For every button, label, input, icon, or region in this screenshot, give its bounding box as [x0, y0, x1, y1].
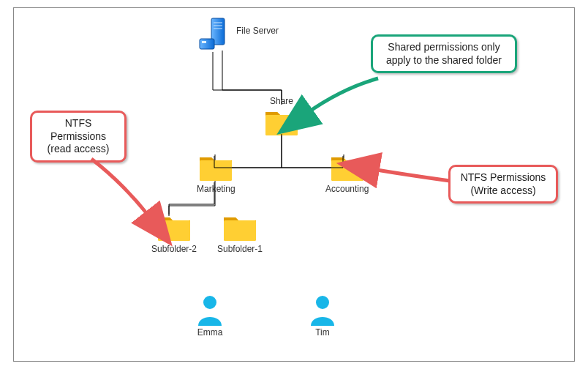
folder-icon [222, 213, 257, 242]
callout-shared-permissions: Shared permissions only apply to the sha… [371, 34, 517, 73]
diagram-frame: File Server Share Marketing Accounting [13, 7, 575, 362]
svg-rect-14 [200, 39, 214, 49]
user-icon [195, 294, 225, 326]
svg-rect-17 [200, 160, 232, 181]
svg-rect-20 [224, 220, 256, 241]
callout-text: NTFS Permissions (read access) [48, 117, 110, 154]
file-server-node [197, 17, 229, 53]
marketing-node: Marketing [197, 153, 235, 194]
subfolder2-node: Subfolder-2 [151, 213, 197, 254]
subfolder1-node: Subfolder-1 [217, 213, 263, 254]
marketing-label: Marketing [197, 184, 235, 194]
server-icon [197, 17, 229, 53]
tim-label: Tim [308, 327, 337, 338]
subfolder2-label: Subfolder-2 [151, 244, 197, 254]
emma-node: Emma [195, 294, 225, 338]
folder-icon [157, 213, 192, 242]
folder-icon [198, 153, 233, 182]
arrow-shared-to-share [298, 74, 385, 125]
share-node: Share [264, 94, 299, 137]
svg-point-21 [203, 296, 216, 309]
folder-icon [264, 108, 299, 137]
file-server-label: File Server [236, 26, 279, 36]
share-label: Share [264, 96, 299, 106]
callout-text: Shared permissions only apply to the sha… [386, 41, 502, 66]
tim-node: Tim [308, 294, 337, 338]
callout-ntfs-read: NTFS Permissions (read access) [30, 111, 127, 163]
svg-rect-19 [158, 220, 190, 241]
arrow-ntfs-write [363, 162, 459, 191]
callout-ntfs-write: NTFS Permissions (Write access) [448, 165, 558, 204]
subfolder1-label: Subfolder-1 [217, 244, 263, 254]
svg-point-22 [316, 296, 329, 309]
user-icon [308, 294, 337, 326]
accounting-label: Accounting [325, 184, 369, 194]
callout-text: NTFS Permissions (Write access) [461, 171, 546, 196]
svg-rect-18 [331, 160, 363, 181]
svg-rect-15 [202, 41, 206, 43]
accounting-node: Accounting [325, 153, 369, 194]
svg-rect-16 [265, 115, 298, 135]
emma-label: Emma [195, 327, 225, 338]
folder-icon [330, 153, 365, 182]
